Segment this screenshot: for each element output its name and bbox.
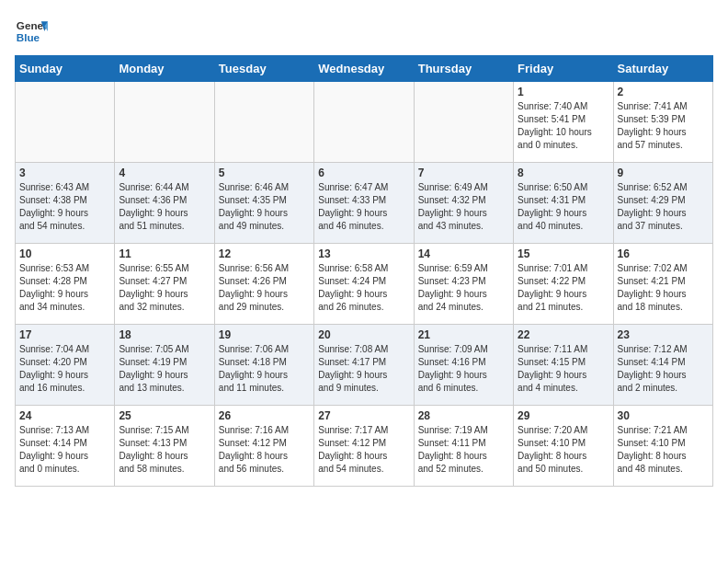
logo: General Blue [15,15,48,48]
day-cell-29: 29Sunrise: 7:20 AM Sunset: 4:10 PM Dayli… [514,406,613,487]
day-cell-12: 12Sunrise: 6:56 AM Sunset: 4:26 PM Dayli… [214,244,313,325]
day-info: Sunrise: 7:20 AM Sunset: 4:10 PM Dayligh… [518,424,609,476]
day-cell-16: 16Sunrise: 7:02 AM Sunset: 4:21 PM Dayli… [613,244,712,325]
empty-cell [314,82,414,163]
week-row-1: 1Sunrise: 7:40 AM Sunset: 5:41 PM Daylig… [16,82,713,163]
day-info: Sunrise: 7:02 AM Sunset: 4:21 PM Dayligh… [618,262,709,314]
day-info: Sunrise: 6:50 AM Sunset: 4:31 PM Dayligh… [518,181,609,233]
day-info: Sunrise: 6:53 AM Sunset: 4:28 PM Dayligh… [19,262,110,314]
day-cell-17: 17Sunrise: 7:04 AM Sunset: 4:20 PM Dayli… [16,325,115,406]
day-info: Sunrise: 7:08 AM Sunset: 4:17 PM Dayligh… [318,343,409,395]
day-cell-13: 13Sunrise: 6:58 AM Sunset: 4:24 PM Dayli… [314,244,414,325]
day-info: Sunrise: 7:06 AM Sunset: 4:18 PM Dayligh… [219,343,310,395]
day-cell-30: 30Sunrise: 7:21 AM Sunset: 4:10 PM Dayli… [613,406,712,487]
weekday-header-monday: Monday [115,56,214,82]
day-number: 14 [418,247,509,260]
day-number: 7 [418,167,509,179]
day-info: Sunrise: 7:17 AM Sunset: 4:12 PM Dayligh… [318,424,409,476]
day-info: Sunrise: 7:12 AM Sunset: 4:14 PM Dayligh… [618,343,709,395]
day-info: Sunrise: 7:16 AM Sunset: 4:12 PM Dayligh… [219,424,310,476]
day-info: Sunrise: 6:59 AM Sunset: 4:23 PM Dayligh… [418,262,509,314]
day-info: Sunrise: 7:11 AM Sunset: 4:15 PM Dayligh… [518,343,609,395]
day-cell-11: 11Sunrise: 6:55 AM Sunset: 4:27 PM Dayli… [115,244,214,325]
week-row-5: 24Sunrise: 7:13 AM Sunset: 4:14 PM Dayli… [16,406,713,487]
day-number: 29 [518,409,609,422]
day-info: Sunrise: 6:46 AM Sunset: 4:35 PM Dayligh… [219,181,310,233]
day-cell-20: 20Sunrise: 7:08 AM Sunset: 4:17 PM Dayli… [314,325,414,406]
day-cell-8: 8Sunrise: 6:50 AM Sunset: 4:31 PM Daylig… [514,163,613,244]
weekday-header-sunday: Sunday [16,56,115,82]
day-number: 1 [518,86,609,98]
day-number: 2 [618,86,709,98]
day-info: Sunrise: 7:15 AM Sunset: 4:13 PM Dayligh… [119,424,210,476]
day-number: 9 [618,167,709,179]
day-cell-9: 9Sunrise: 6:52 AM Sunset: 4:29 PM Daylig… [613,163,712,244]
weekday-header-friday: Friday [514,56,613,82]
day-number: 12 [219,247,310,260]
weekday-header-row: SundayMondayTuesdayWednesdayThursdayFrid… [16,56,713,82]
day-info: Sunrise: 7:41 AM Sunset: 5:39 PM Dayligh… [618,100,709,152]
day-number: 6 [318,167,409,179]
week-row-3: 10Sunrise: 6:53 AM Sunset: 4:28 PM Dayli… [16,244,713,325]
day-number: 8 [518,167,609,179]
week-row-2: 3Sunrise: 6:43 AM Sunset: 4:38 PM Daylig… [16,163,713,244]
day-number: 30 [618,409,709,422]
weekday-header-saturday: Saturday [613,56,712,82]
week-row-4: 17Sunrise: 7:04 AM Sunset: 4:20 PM Dayli… [16,325,713,406]
day-cell-28: 28Sunrise: 7:19 AM Sunset: 4:11 PM Dayli… [414,406,513,487]
day-cell-10: 10Sunrise: 6:53 AM Sunset: 4:28 PM Dayli… [16,244,115,325]
day-info: Sunrise: 7:04 AM Sunset: 4:20 PM Dayligh… [19,343,110,395]
header: General Blue [15,15,713,48]
weekday-header-wednesday: Wednesday [314,56,414,82]
day-number: 16 [618,247,709,260]
day-number: 18 [119,328,210,341]
day-info: Sunrise: 7:13 AM Sunset: 4:14 PM Dayligh… [19,424,110,476]
day-number: 23 [618,328,709,341]
day-cell-15: 15Sunrise: 7:01 AM Sunset: 4:22 PM Dayli… [514,244,613,325]
day-cell-6: 6Sunrise: 6:47 AM Sunset: 4:33 PM Daylig… [314,163,414,244]
day-cell-1: 1Sunrise: 7:40 AM Sunset: 5:41 PM Daylig… [514,82,613,163]
day-number: 15 [518,247,609,260]
day-cell-5: 5Sunrise: 6:46 AM Sunset: 4:35 PM Daylig… [214,163,313,244]
day-info: Sunrise: 7:40 AM Sunset: 5:41 PM Dayligh… [518,100,609,152]
day-number: 26 [219,409,310,422]
day-cell-27: 27Sunrise: 7:17 AM Sunset: 4:12 PM Dayli… [314,406,414,487]
svg-text:Blue: Blue [17,31,40,43]
empty-cell [414,82,513,163]
day-info: Sunrise: 7:19 AM Sunset: 4:11 PM Dayligh… [418,424,509,476]
day-number: 5 [219,167,310,179]
day-cell-4: 4Sunrise: 6:44 AM Sunset: 4:36 PM Daylig… [115,163,214,244]
day-number: 19 [219,328,310,341]
day-cell-3: 3Sunrise: 6:43 AM Sunset: 4:38 PM Daylig… [16,163,115,244]
day-number: 28 [418,409,509,422]
day-info: Sunrise: 6:56 AM Sunset: 4:26 PM Dayligh… [219,262,310,314]
day-number: 11 [119,247,210,260]
day-cell-19: 19Sunrise: 7:06 AM Sunset: 4:18 PM Dayli… [214,325,313,406]
day-number: 24 [19,409,110,422]
day-number: 22 [518,328,609,341]
empty-cell [16,82,115,163]
day-info: Sunrise: 6:49 AM Sunset: 4:32 PM Dayligh… [418,181,509,233]
day-number: 27 [318,409,409,422]
day-number: 17 [19,328,110,341]
day-cell-18: 18Sunrise: 7:05 AM Sunset: 4:19 PM Dayli… [115,325,214,406]
calendar: SundayMondayTuesdayWednesdayThursdayFrid… [15,55,713,487]
day-number: 21 [418,328,509,341]
day-number: 20 [318,328,409,341]
empty-cell [115,82,214,163]
day-number: 10 [19,247,110,260]
day-cell-26: 26Sunrise: 7:16 AM Sunset: 4:12 PM Dayli… [214,406,313,487]
day-info: Sunrise: 6:44 AM Sunset: 4:36 PM Dayligh… [119,181,210,233]
logo-icon: General Blue [15,15,48,48]
day-number: 25 [119,409,210,422]
day-info: Sunrise: 6:52 AM Sunset: 4:29 PM Dayligh… [618,181,709,233]
day-cell-25: 25Sunrise: 7:15 AM Sunset: 4:13 PM Dayli… [115,406,214,487]
day-info: Sunrise: 7:01 AM Sunset: 4:22 PM Dayligh… [518,262,609,314]
day-info: Sunrise: 6:47 AM Sunset: 4:33 PM Dayligh… [318,181,409,233]
weekday-header-tuesday: Tuesday [214,56,313,82]
day-cell-2: 2Sunrise: 7:41 AM Sunset: 5:39 PM Daylig… [613,82,712,163]
empty-cell [214,82,313,163]
day-cell-21: 21Sunrise: 7:09 AM Sunset: 4:16 PM Dayli… [414,325,513,406]
day-cell-22: 22Sunrise: 7:11 AM Sunset: 4:15 PM Dayli… [514,325,613,406]
day-info: Sunrise: 7:05 AM Sunset: 4:19 PM Dayligh… [119,343,210,395]
